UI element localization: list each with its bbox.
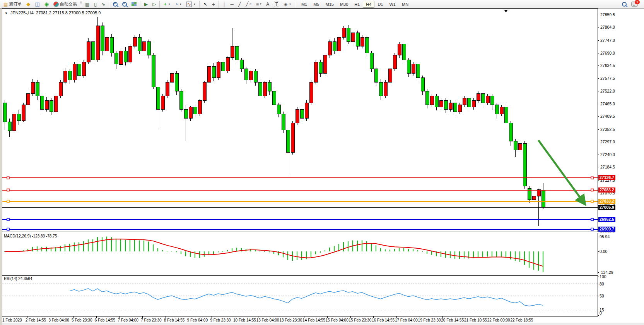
line-chart-icon: ∿ — [101, 2, 105, 7]
time-axis-label: 2 Feb 14:55 — [26, 318, 46, 322]
chart-title[interactable]: ▼ JPN225-,H4 27081.2 27115.8 27000.5 270… — [5, 10, 101, 15]
timeframe-button-m15[interactable]: M15 — [322, 1, 337, 8]
autotrading-icon — [53, 2, 59, 7]
toolbar: ▤ 新订单 ◆ ◫ ◉ 自动交易 ▥ ▯ ∿ + − — [0, 0, 644, 9]
new-chart-button[interactable]: + ▼ — [161, 0, 173, 9]
notifications-button[interactable]: 1 — [629, 0, 640, 9]
time-axis-label: 20 Feb 14:55 — [441, 318, 464, 322]
toolbar-grip — [80, 1, 82, 7]
time-axis-label: 15 Feb 04:00 — [326, 318, 348, 322]
label-tool-icon: T — [274, 2, 279, 7]
time-axis-label: 8 Feb 14:55 — [164, 318, 184, 322]
price-axis-tickmark — [598, 167, 599, 167]
indicators-icon: ∿ — [186, 2, 192, 7]
price-axis-tick-label: 27859.5 — [600, 12, 615, 17]
price-axis-tickmark — [598, 155, 599, 155]
time-axis-label: 5 Feb 23:30 — [72, 318, 92, 322]
channel-tool-button[interactable]: ╱E — [243, 0, 254, 9]
fibonacci-icon: ≡ — [256, 2, 259, 7]
autotrading-label: 自动交易 — [60, 1, 77, 7]
price-line-label-support: 26909.7 — [598, 227, 615, 232]
timeframe-button-h4[interactable]: H4 — [363, 1, 374, 8]
macd-axis-tick-label: 95.94 — [600, 234, 610, 239]
price-axis-tick-label: 27690.0 — [600, 51, 615, 55]
timeframe-button-m1[interactable]: M1 — [298, 1, 310, 8]
macd-axis-tickmark — [598, 272, 599, 273]
signals-button[interactable]: ◉ — [42, 0, 51, 9]
market-watch-icon: ◆ — [26, 2, 30, 7]
chart-shift-button[interactable]: ▷ — [150, 0, 158, 9]
timeframe-button-d1[interactable]: D1 — [374, 1, 386, 8]
indicators-button[interactable]: ∿ ▼ — [184, 0, 198, 9]
market-watch-button[interactable]: ◆ — [24, 0, 32, 9]
chart-symbol-period: JPN225-,H4 — [10, 10, 34, 15]
timeframe-button-m30[interactable]: M30 — [337, 1, 351, 8]
zoom-out-button[interactable]: − — [120, 0, 129, 9]
price-axis-tickmark — [598, 104, 599, 104]
macd-panel[interactable] — [2, 233, 598, 274]
time-axis-label: 1 Feb 2023 — [2, 318, 22, 322]
search-icon — [622, 2, 627, 7]
new-order-button[interactable]: ▤ 新订单 — [1, 0, 24, 9]
chat-bubble-icon: 1 — [631, 2, 638, 7]
chart-ohlc-values: 27081.2 27115.8 27000.5 27005.9 — [36, 10, 101, 15]
periods-button[interactable]: ◔ ▼ — [173, 0, 184, 9]
timeframe-button-mn[interactable]: MN — [399, 1, 412, 8]
rsi-axis-tickmark — [598, 284, 599, 284]
horizontal-line-icon: ─ — [230, 2, 234, 7]
line-chart-button[interactable]: ∿ — [99, 0, 108, 9]
tile-windows-button[interactable] — [129, 0, 139, 9]
price-axis-tick-label: 27522.0 — [600, 89, 615, 93]
arrows-tool-icon: ◈ — [284, 2, 287, 7]
price-axis-tickmark — [598, 193, 599, 193]
window-bottom-edge — [0, 323, 644, 325]
equidistant-channel-icon: ╱ — [246, 2, 248, 7]
timeframe-toolbar: M1M5M15M30H1H4D1W1MN — [298, 1, 412, 8]
price-axis-tickmark — [598, 65, 599, 66]
search-button[interactable] — [620, 0, 629, 9]
cursor-tool-button[interactable]: ↖ — [201, 0, 210, 9]
autotrading-button[interactable]: 自动交易 — [51, 0, 79, 9]
strategy-tester-button[interactable]: ◫ — [32, 0, 42, 9]
rsi-axis-tick-label: 50 — [600, 294, 604, 298]
zoom-in-button[interactable]: + — [111, 0, 120, 9]
cursor-icon: ↖ — [203, 2, 207, 7]
time-axis-label: 13 Feb 04:00 — [256, 318, 279, 322]
crosshair-icon: + — [212, 2, 215, 7]
auto-scroll-icon: ▶ — [144, 2, 148, 7]
time-axis-label: 7 Feb 23:30 — [141, 318, 161, 322]
candlestick-chart-button[interactable]: ▯ — [92, 0, 99, 9]
timeframe-button-w1[interactable]: W1 — [386, 1, 399, 8]
time-axis-label: 22 Feb 18:55 — [510, 318, 533, 322]
toolbar-separator — [140, 1, 141, 8]
price-axis-tick-label: 27240.0 — [600, 152, 615, 157]
crosshair-tool-button[interactable]: + — [210, 0, 217, 9]
main-chart-panel[interactable] — [2, 9, 598, 232]
zoom-in-icon: + — [113, 2, 118, 7]
price-axis-tick-label: 27577.5 — [600, 76, 615, 81]
price-axis-tick-label: 27465.0 — [600, 101, 615, 106]
rsi-axis-tickmark — [598, 310, 599, 310]
time-axis-label: 14 Feb 14:55 — [302, 318, 325, 322]
fibonacci-tool-button[interactable]: ≡F — [254, 0, 264, 9]
price-line-label-resistance: 27136.7 — [598, 175, 615, 180]
rsi-panel[interactable] — [2, 275, 598, 316]
horizontal-line-tool-button[interactable]: ─ — [228, 0, 236, 9]
timeframe-button-m5[interactable]: M5 — [310, 1, 322, 8]
macd-axis-tick-label: 0.00 — [600, 249, 607, 254]
timeframe-button-h1[interactable]: H1 — [351, 1, 363, 8]
price-axis-tick-label: 27634.5 — [600, 63, 615, 68]
auto-scroll-button[interactable]: ▶ — [142, 0, 150, 9]
trendline-tool-button[interactable]: ╱ — [236, 0, 243, 9]
label-tool-button[interactable]: T — [272, 0, 281, 9]
bar-chart-button[interactable]: ▥ — [83, 0, 92, 9]
toolbar-separator — [109, 1, 109, 8]
toolbar-separator — [159, 1, 160, 8]
price-line-label-resistance: 27083.2 — [598, 187, 615, 193]
time-axis-label: 13 Feb 23:30 — [279, 318, 302, 322]
vertical-line-tool-button[interactable]: │ — [220, 0, 228, 9]
price-axis-tick-label: 27297.0 — [600, 139, 615, 144]
text-tool-button[interactable]: A — [264, 0, 272, 9]
arrows-tool-button[interactable]: ◈ ▼ — [282, 0, 294, 9]
chart-dropdown-icon[interactable]: ▼ — [5, 12, 8, 15]
